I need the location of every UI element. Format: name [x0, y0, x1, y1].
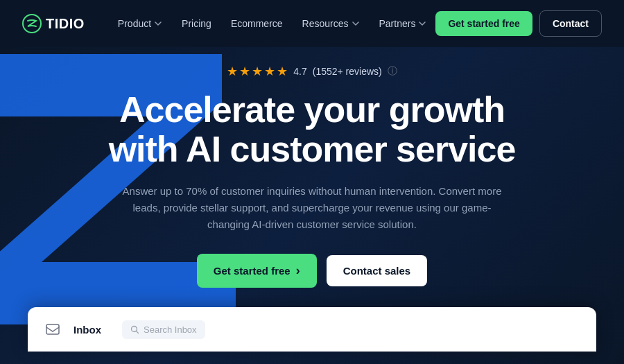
chevron-down-icon — [154, 19, 162, 28]
star-1: ★ — [227, 64, 238, 79]
nav-get-started-button[interactable]: Get started free — [435, 11, 532, 36]
chevron-down-icon — [418, 19, 426, 28]
nav-item-ecommerce[interactable]: Ecommerce — [223, 12, 291, 35]
hero-subtitle: Answer up to 70% of customer inquiries w… — [118, 183, 506, 233]
hero-get-started-button[interactable]: Get started free › — [197, 254, 317, 288]
chevron-down-icon — [352, 19, 360, 28]
logo-text: TIDIO — [46, 16, 85, 32]
hero-content: ★ ★ ★ ★ ★ 4.7 (1552+ reviews) ⓘ Accelera… — [49, 64, 575, 352]
nav-item-partners[interactable]: Partners — [371, 12, 435, 35]
star-3: ★ — [252, 64, 263, 79]
inbox-search[interactable]: Search Inbox — [122, 320, 205, 339]
nav-links: Product Pricing Ecommerce Resources Part… — [110, 12, 436, 35]
info-icon: ⓘ — [388, 65, 397, 78]
star-2: ★ — [239, 64, 250, 79]
inbox-widget: Inbox Search Inbox — [28, 307, 596, 352]
nav-buttons: Get started free Contact — [435, 10, 602, 37]
inbox-label: Inbox — [73, 324, 101, 336]
svg-rect-1 — [46, 324, 59, 334]
star-4: ★ — [264, 64, 275, 79]
star-rating: ★ ★ ★ ★ ★ — [227, 64, 288, 79]
inbox-icon — [42, 318, 64, 340]
nav-item-product[interactable]: Product — [110, 12, 171, 35]
rating-count: (1552+ reviews) — [313, 66, 382, 77]
nav-item-resources[interactable]: Resources — [294, 12, 368, 35]
logo[interactable]: TIDIO — [22, 14, 85, 33]
nav-item-pricing[interactable]: Pricing — [173, 12, 220, 35]
hero-title: Accelerate your growth with AI customer … — [109, 90, 516, 169]
hero-contact-sales-button[interactable]: Contact sales — [327, 255, 428, 286]
inbox-search-placeholder: Search Inbox — [144, 324, 197, 335]
svg-point-2 — [132, 326, 137, 331]
hero-buttons: Get started free › Contact sales — [197, 254, 427, 288]
star-5: ★ — [277, 64, 288, 79]
search-icon — [130, 325, 139, 334]
rating-score: 4.7 — [293, 66, 306, 77]
nav-contact-button[interactable]: Contact — [539, 10, 602, 37]
hero-section: ★ ★ ★ ★ ★ 4.7 (1552+ reviews) ⓘ Accelera… — [0, 47, 624, 364]
navbar: TIDIO Product Pricing Ecommerce Resource… — [0, 0, 624, 47]
rating-row: ★ ★ ★ ★ ★ 4.7 (1552+ reviews) ⓘ — [227, 64, 397, 79]
